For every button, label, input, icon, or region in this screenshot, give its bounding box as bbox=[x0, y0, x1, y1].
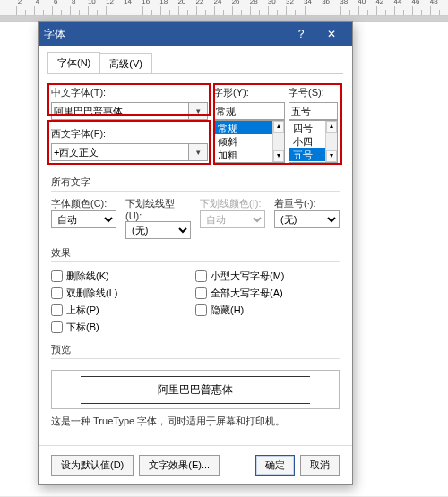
dialog-tabs: 字体(N) 高级(V) bbox=[39, 51, 352, 74]
all-text-label: 所有文字 bbox=[51, 176, 340, 192]
check-smallcaps[interactable]: 小型大写字母(M) bbox=[195, 268, 340, 285]
latin-font-combo[interactable]: ▾ bbox=[51, 143, 208, 161]
chinese-font-combo[interactable]: ▾ bbox=[51, 102, 208, 120]
dialog-footer: 设为默认值(D) 文字效果(E)... 确定 取消 bbox=[39, 445, 352, 484]
font-dialog: 字体 ? ✕ 字体(N) 高级(V) 中文字体(T): ▾ 西文字体(F): ▾ bbox=[38, 21, 353, 485]
size-label: 字号(S): bbox=[289, 86, 338, 99]
preview-box: 阿里巴巴普惠体 bbox=[51, 370, 340, 409]
color-label: 字体颜色(C): bbox=[51, 197, 116, 210]
emphasis-select[interactable]: (无) bbox=[274, 210, 340, 228]
color-select[interactable]: 自动 bbox=[51, 210, 116, 228]
check-dstrike[interactable]: 双删除线(L) bbox=[51, 285, 195, 302]
dialog-titlebar: 字体 ? ✕ bbox=[39, 22, 352, 46]
check-strike[interactable]: 删除线(K) bbox=[51, 268, 195, 285]
text-effects-button[interactable]: 文字效果(E)... bbox=[139, 455, 220, 476]
underline-select[interactable]: (无) bbox=[125, 221, 191, 239]
effects-checks: 删除线(K) 小型大写字母(M) 双删除线(L) 全部大写字母(A) 上标(P)… bbox=[51, 268, 340, 336]
chevron-down-icon[interactable]: ▾ bbox=[189, 143, 208, 161]
style-listbox[interactable]: 常规 倾斜 加粗 ▴▾ bbox=[213, 120, 285, 163]
chinese-font-input[interactable] bbox=[51, 102, 189, 120]
set-default-button[interactable]: 设为默认值(D) bbox=[51, 455, 134, 476]
tab-font[interactable]: 字体(N) bbox=[47, 52, 100, 74]
check-sub[interactable]: 下标(B) bbox=[51, 319, 195, 336]
ok-button[interactable]: 确定 bbox=[255, 455, 295, 476]
size-input[interactable] bbox=[289, 102, 338, 120]
chinese-font-label: 中文字体(T): bbox=[51, 86, 208, 99]
watermark: Baidu经验 jingyan.baidu.com bbox=[339, 480, 443, 492]
scrollbar[interactable]: ▴▾ bbox=[325, 121, 337, 162]
cancel-button[interactable]: 取消 bbox=[300, 455, 340, 476]
close-icon[interactable]: ✕ bbox=[316, 22, 347, 46]
preview-label: 预览 bbox=[51, 343, 340, 359]
chevron-down-icon[interactable]: ▾ bbox=[189, 102, 208, 120]
preview-text: 阿里巴巴普惠体 bbox=[81, 376, 310, 404]
horizontal-ruler: 2468101214161820222426283032343638404244… bbox=[0, 0, 448, 16]
dialog-title: 字体 bbox=[44, 27, 286, 42]
help-icon[interactable]: ? bbox=[286, 22, 316, 46]
preview-note: 这是一种 TrueType 字体，同时适用于屏幕和打印机。 bbox=[51, 415, 340, 428]
underline-color-select: 自动 bbox=[200, 210, 265, 228]
underline-color-label: 下划线颜色(I): bbox=[200, 197, 265, 210]
check-allcaps[interactable]: 全部大写字母(A) bbox=[195, 285, 340, 302]
latin-font-input[interactable] bbox=[51, 143, 189, 161]
scrollbar[interactable]: ▴▾ bbox=[272, 121, 284, 162]
check-hidden[interactable]: 隐藏(H) bbox=[195, 302, 340, 319]
style-input[interactable] bbox=[213, 102, 285, 120]
size-listbox[interactable]: 四号 小四 五号 ▴▾ bbox=[289, 120, 338, 163]
underline-label: 下划线线型(U): bbox=[125, 197, 191, 221]
style-label: 字形(Y): bbox=[213, 86, 285, 99]
latin-font-label: 西文字体(F): bbox=[51, 127, 208, 141]
effects-label: 效果 bbox=[51, 246, 340, 262]
tab-advanced[interactable]: 高级(V) bbox=[99, 53, 152, 74]
check-sup[interactable]: 上标(P) bbox=[51, 302, 195, 319]
emphasis-label: 着重号(·): bbox=[274, 197, 340, 210]
